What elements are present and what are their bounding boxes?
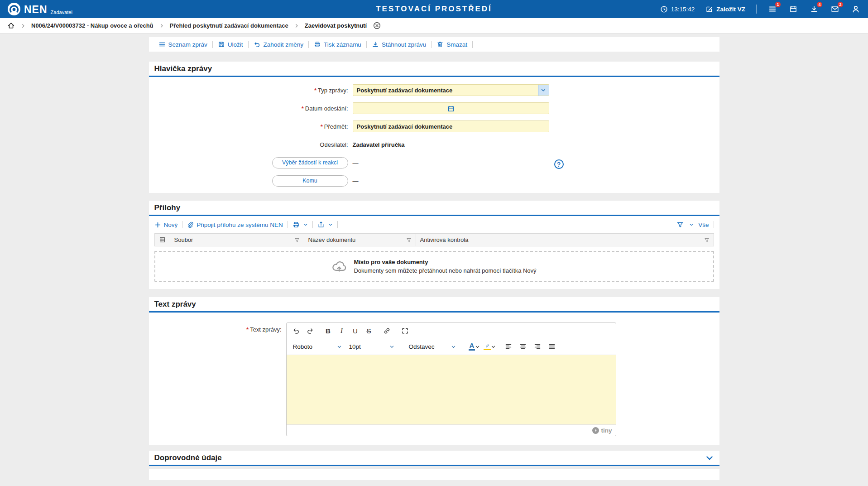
tiny-logo-icon xyxy=(592,427,599,434)
save-button[interactable]: Uložit xyxy=(213,41,248,48)
download-message-button[interactable]: Stáhnout zprávu xyxy=(367,41,431,48)
chevron-down-icon[interactable] xyxy=(303,222,308,227)
section-body-stub xyxy=(149,469,719,480)
delete-button[interactable]: Smazat xyxy=(432,41,472,48)
field-label: * Text zprávy: xyxy=(149,322,286,436)
chevron-down-icon[interactable] xyxy=(689,222,694,227)
collapse-chevron-icon[interactable] xyxy=(705,453,714,462)
clock-icon xyxy=(660,5,668,13)
rich-text-editor: B I U S Roboto 10pt xyxy=(286,322,616,436)
export-attachments-button[interactable] xyxy=(317,221,333,228)
chevron-right-icon xyxy=(159,23,164,29)
italic-button[interactable]: I xyxy=(336,325,348,337)
breadcrumb-item-contract[interactable]: N006/24/V00003732 - Nákup ovoce a ořechů xyxy=(31,22,153,29)
print-record-button[interactable]: Tisk záznamu xyxy=(309,41,366,48)
calendar-button[interactable] xyxy=(788,4,798,14)
bold-button[interactable]: B xyxy=(322,325,335,337)
attachments-table-header: Soubor Název dokumentu Antivirová kontro… xyxy=(154,233,714,246)
calendar-picker-icon[interactable] xyxy=(447,105,455,113)
form-row-typ-zpravy: * Typ zprávy: Poskytnutí zadávací dokume… xyxy=(149,81,719,99)
font-size-select[interactable]: 10pt xyxy=(347,340,396,353)
message-list-button[interactable]: Seznam zpráv xyxy=(153,41,212,48)
printer-icon xyxy=(314,41,321,48)
align-left-button[interactable] xyxy=(502,341,515,352)
create-vz-button[interactable]: Založit VZ xyxy=(705,5,745,13)
vyber-zadosti-value: — xyxy=(353,159,359,166)
chevron-down-icon[interactable] xyxy=(328,222,333,227)
filter-icon[interactable] xyxy=(406,237,412,243)
download-icon xyxy=(372,41,379,48)
vyber-zadosti-button[interactable]: Výběr žádostí k reakci xyxy=(272,157,348,168)
highlighter-icon xyxy=(484,343,491,348)
menu-button[interactable]: 1 xyxy=(767,4,777,14)
komu-button[interactable]: Komu xyxy=(272,175,348,187)
chevron-down-icon[interactable] xyxy=(475,344,480,349)
form-row-komu: Komu — xyxy=(149,172,719,190)
filter-icon[interactable] xyxy=(704,237,710,243)
fullscreen-button[interactable] xyxy=(399,325,412,337)
column-settings-button[interactable] xyxy=(155,234,170,246)
brand-name: NEN xyxy=(24,3,48,16)
toolbar-divider xyxy=(312,221,313,228)
predmet-input[interactable] xyxy=(353,120,549,132)
view-all-filter[interactable]: Vše xyxy=(698,221,709,228)
brand-role: Zadavatel xyxy=(51,10,72,16)
strikethrough-button[interactable]: S xyxy=(363,325,375,337)
undo-button[interactable] xyxy=(290,325,303,337)
column-header-soubor[interactable]: Soubor xyxy=(170,234,304,246)
topbar-actions: 13:15:42 Založit VZ 1 4 2 xyxy=(660,4,861,14)
section-header: Text zprávy xyxy=(149,297,719,313)
redo-button[interactable] xyxy=(304,325,317,337)
message-text-section: Text zprávy * Text zprávy: B I U S xyxy=(149,297,719,445)
close-tab-icon[interactable] xyxy=(373,22,381,29)
chevron-down-icon[interactable] xyxy=(491,344,496,349)
link-button[interactable] xyxy=(381,325,393,337)
form-row-predmet: * Předmět: xyxy=(149,117,719,135)
section-title: Text zprávy xyxy=(154,300,196,309)
filter-icon[interactable] xyxy=(676,221,684,228)
chevron-right-icon xyxy=(294,23,299,29)
align-right-button[interactable] xyxy=(531,341,544,352)
breadcrumb-item-current[interactable]: Zaevidovat poskytnutí xyxy=(305,22,367,29)
block-format-select[interactable]: Odstavec xyxy=(407,340,458,353)
document-dropzone[interactable]: Místo pro vaše dokumenty Dokumenty sem m… xyxy=(154,251,714,282)
filter-icon[interactable] xyxy=(294,237,300,243)
edit-icon xyxy=(705,5,713,13)
required-mark: * xyxy=(314,87,317,94)
discard-changes-button[interactable]: Zahodit změny xyxy=(249,41,309,48)
main-content: Seznam zpráv Uložit Zahodit změny Tisk z… xyxy=(149,37,719,480)
new-attachment-button[interactable]: Nový xyxy=(154,221,178,228)
align-center-button[interactable] xyxy=(517,341,529,352)
chevron-down-icon[interactable] xyxy=(538,85,549,96)
breadcrumb: N006/24/V00003732 - Nákup ovoce a ořechů… xyxy=(0,18,868,34)
field-label: * Typ zprávy: xyxy=(149,87,353,94)
nen-brand[interactable]: NEN Zadavatel xyxy=(7,2,72,16)
form-row-datum-odeslani: * Datum odeslání: xyxy=(149,99,719,117)
typ-zpravy-select[interactable]: Poskytnutí zadávací dokumentace xyxy=(353,84,549,96)
profile-button[interactable] xyxy=(851,4,861,14)
toolbar-divider xyxy=(337,221,338,228)
breadcrumb-item-overview[interactable]: Přehled poskytnutí zadávací dokumentace xyxy=(170,22,288,29)
home-icon[interactable] xyxy=(7,22,15,29)
toolbar-divider xyxy=(714,221,714,228)
align-justify-button[interactable] xyxy=(546,341,558,352)
highlight-color-button[interactable] xyxy=(484,343,496,350)
underline-button[interactable]: U xyxy=(349,325,362,337)
font-family-select[interactable]: Roboto xyxy=(291,340,344,353)
save-icon xyxy=(218,41,225,48)
help-icon[interactable]: ? xyxy=(554,159,564,169)
editor-content-area[interactable] xyxy=(287,355,616,425)
attach-from-nen-button[interactable]: Připojit přílohu ze systému NEN xyxy=(187,221,283,228)
accompanying-data-section: Doprovodné údaje xyxy=(149,451,719,466)
print-attachments-button[interactable] xyxy=(293,221,308,228)
column-header-nazev[interactable]: Název dokumentu xyxy=(304,234,416,246)
menu-badge: 1 xyxy=(775,1,781,8)
cloud-upload-icon xyxy=(331,259,347,274)
tinymce-branding[interactable]: tiny xyxy=(592,427,612,434)
printer-icon xyxy=(293,221,300,228)
text-color-button[interactable]: A xyxy=(469,342,480,351)
downloads-button[interactable]: 4 xyxy=(809,4,819,14)
datum-odeslani-input[interactable] xyxy=(353,102,549,114)
messages-button[interactable]: 2 xyxy=(830,4,840,14)
column-header-antivirus[interactable]: Antivirová kontrola xyxy=(416,234,714,246)
